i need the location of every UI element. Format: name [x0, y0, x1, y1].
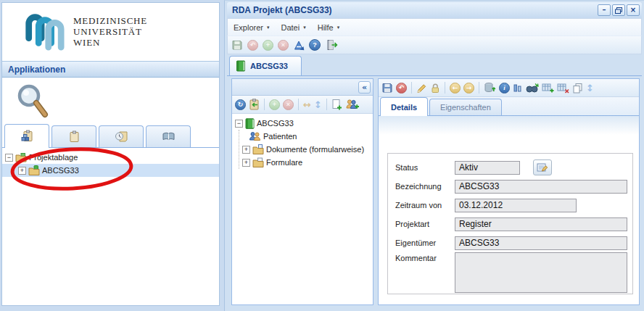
info-button[interactable]: i	[499, 83, 510, 94]
refresh-button[interactable]: ↻	[235, 99, 246, 110]
search-binoculars-icon[interactable]	[526, 83, 539, 94]
restore-icon	[615, 7, 622, 14]
main-toolbar: ↶ + × ?	[227, 36, 642, 54]
rda-projekt-window: RDA Projekt (ABCSG33) – × Explorer▾ Date…	[224, 0, 644, 311]
edit-form-icon	[537, 162, 549, 173]
database-upload-icon[interactable]	[484, 82, 496, 94]
move-horizontal-icon[interactable]: ↔	[303, 99, 311, 110]
menu-datei[interactable]: Datei▾	[281, 23, 305, 32]
zeitraum-field: 03.12.2012	[455, 199, 577, 212]
tab-handbook[interactable]	[146, 125, 191, 147]
tab-projects[interactable]	[4, 124, 49, 148]
tree-row-abcsg33[interactable]: + ABCSG33	[2, 164, 219, 177]
window-titlebar: RDA Projekt (ABCSG33) – ×	[227, 2, 642, 18]
paste-icon[interactable]	[249, 99, 260, 110]
expand-expander[interactable]: +	[242, 159, 250, 167]
menu-explorer[interactable]: Explorer▾	[234, 23, 269, 32]
delete-node-button[interactable]: ×	[283, 99, 294, 110]
tree-row-patienten[interactable]: Patienten	[239, 130, 373, 143]
menu-hilfe[interactable]: Hilfe▾	[318, 23, 340, 32]
project-tabstrip: ABCSG33	[227, 54, 642, 76]
tab-label: ABCSG33	[250, 62, 288, 70]
lock-icon[interactable]	[430, 83, 440, 94]
tree-label[interactable]: Projektablage	[29, 153, 78, 162]
add-document-icon[interactable]	[331, 99, 342, 110]
field-label: Bezeichnung	[395, 182, 455, 191]
edit-pencil-icon[interactable]	[416, 83, 427, 94]
save-icon[interactable]	[231, 39, 243, 51]
tab-history[interactable]	[99, 125, 144, 147]
sort-az-icon[interactable]	[293, 40, 305, 51]
project-tree: − Projektablage + ABCSG33	[2, 149, 219, 305]
back-button[interactable]: ←	[450, 83, 461, 94]
tree-label[interactable]: Formulare	[266, 158, 302, 167]
undo-button[interactable]: ↶	[247, 40, 258, 51]
expand-expander[interactable]: +	[18, 167, 26, 175]
tree-toolbar: ↻ + × ↔ ↕	[232, 96, 373, 114]
projects-clipboard-icon	[21, 130, 33, 143]
add-node-button[interactable]: +	[269, 99, 280, 110]
field-label: Projektart	[395, 220, 455, 228]
fit-height-icon[interactable]: ↕	[586, 83, 594, 94]
book-icon	[162, 131, 176, 142]
expand-expander[interactable]: +	[242, 146, 250, 154]
tab-abcsg33[interactable]: ABCSG33	[229, 56, 302, 75]
add-users-icon[interactable]	[345, 99, 359, 110]
menu-bar: Explorer▾ Datei▾ Hilfe▾	[227, 18, 642, 36]
tree-row-formulare[interactable]: + Formulare	[239, 156, 373, 169]
eigentuemer-field: ABCSG33	[455, 236, 627, 250]
field-label: Zeitraum von	[395, 201, 455, 210]
table-add-icon[interactable]	[542, 83, 554, 94]
tree-row-dokumente[interactable]: + Dokumente (formularweise)	[239, 143, 373, 156]
chevron-down-icon: ▾	[267, 25, 270, 30]
forward-button[interactable]: →	[463, 83, 474, 94]
tree-label[interactable]: Patienten	[263, 132, 297, 141]
status-edit-button[interactable]	[533, 159, 552, 175]
add-button[interactable]: +	[263, 40, 273, 51]
copy-icon[interactable]	[572, 83, 583, 94]
move-vertical-icon[interactable]: ↕	[314, 99, 322, 110]
columns-icon[interactable]	[513, 83, 523, 93]
toolbar-separator	[264, 99, 265, 110]
restore-button[interactable]	[612, 4, 625, 16]
tab-clipboard[interactable]	[51, 125, 96, 147]
tree-label[interactable]: ABCSG33	[257, 119, 294, 128]
help-button[interactable]: ?	[309, 39, 321, 51]
tab-details[interactable]: Details	[380, 97, 428, 116]
save-icon[interactable]	[381, 82, 393, 94]
close-button[interactable]: ×	[627, 4, 640, 16]
form-row-bezeichnung: Bezeichnung ABCSG33	[388, 177, 632, 196]
delete-button[interactable]: ×	[278, 40, 289, 51]
table-remove-icon[interactable]	[557, 83, 569, 94]
university-name: MEDIZINISCHE UNIVERSITÄT WIEN	[73, 15, 147, 48]
patients-icon	[249, 131, 261, 141]
muw-logo-icon	[21, 10, 66, 52]
toolbar-separator	[298, 99, 299, 110]
project-folder-icon	[28, 165, 40, 175]
search-area	[2, 78, 219, 123]
tab-eigenschaften[interactable]: Eigenschaften	[429, 99, 502, 115]
field-label: Kommentar	[395, 252, 455, 262]
undo-button[interactable]: ↶	[396, 83, 407, 94]
form-row-status: Status Aktiv	[388, 158, 632, 177]
projects-folder-icon	[15, 153, 27, 162]
form-row-zeitraum: Zeitraum von 03.12.2012	[388, 196, 632, 215]
chevron-down-icon: ▾	[337, 25, 340, 30]
collapse-panel-button[interactable]: «	[358, 81, 371, 94]
exit-icon[interactable]	[326, 39, 338, 51]
collapse-expander[interactable]: −	[5, 154, 13, 162]
minimize-button[interactable]: –	[598, 4, 611, 16]
details-panel: ↶ ← → i	[378, 78, 640, 305]
tree-label[interactable]: Dokumente (formularweise)	[266, 145, 364, 154]
tree-label[interactable]: ABCSG33	[42, 166, 79, 175]
explorer-tree-panel: « ↻ + × ↔ ↕	[231, 78, 373, 305]
green-book-icon	[245, 118, 255, 129]
tree-row-projektablage[interactable]: − Projektablage	[2, 151, 219, 164]
university-logo: MEDIZINISCHE UNIVERSITÄT WIEN	[2, 3, 219, 59]
applications-panel: MEDIZINISCHE UNIVERSITÄT WIEN Applikatio…	[1, 2, 220, 306]
tree-panel-header: «	[232, 79, 373, 96]
collapse-expander[interactable]: −	[235, 120, 243, 128]
tree-row-root[interactable]: − ABCSG33	[232, 117, 373, 130]
search-icon[interactable]	[14, 81, 51, 122]
applikationen-header: Applikationen	[2, 61, 219, 78]
